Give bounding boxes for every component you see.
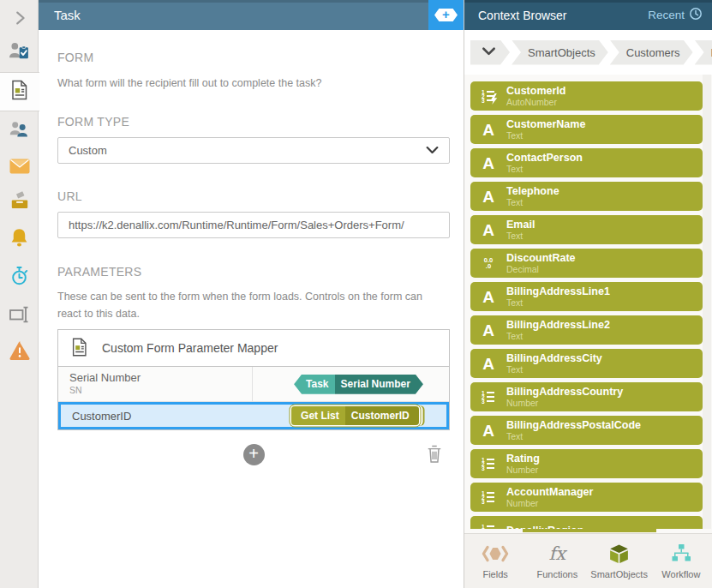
parameter-name: CustomerID	[61, 410, 253, 423]
tag-value: Serial Number	[335, 375, 423, 394]
field-item[interactable]: A EmailText	[470, 215, 703, 244]
field-item[interactable]: 0.0 .0 DiscountRateDecimal	[470, 249, 703, 278]
tab-label: SmartObjects	[590, 569, 648, 579]
parameters-description: These can be sent to the form when the f…	[57, 289, 440, 322]
number-icon	[470, 390, 506, 404]
field-type: Text	[506, 164, 583, 174]
panel-title: Task	[54, 8, 81, 22]
field-name: Telephone	[506, 186, 559, 197]
context-browser-tabs: Fields fx Functions SmartObjects Workflo…	[464, 533, 712, 588]
plus-hexagon-icon	[434, 9, 458, 21]
breadcrumb-item-list[interactable]: List	[695, 40, 712, 65]
field-item[interactable]: A CustomerNameText	[470, 115, 703, 144]
users-icon	[9, 118, 30, 142]
task-serial-number-tag[interactable]: Task Serial Number	[294, 375, 423, 394]
sidebar-item-errors[interactable]	[0, 339, 39, 365]
autonumber-icon	[470, 89, 506, 103]
form-section-label: FORM	[57, 51, 450, 64]
field-item[interactable]: BillingAddressCountryNumber	[470, 382, 703, 411]
ballot-box-icon	[9, 189, 31, 215]
sidebar-item-form[interactable]	[0, 72, 39, 111]
field-type: Text	[506, 331, 610, 341]
parameter-name: Serial Number	[69, 371, 252, 384]
sidebar-item-deadline[interactable]	[0, 265, 39, 291]
field-item[interactable]: A TelephoneText	[470, 182, 703, 211]
field-item[interactable]: RatingNumber	[470, 449, 703, 478]
getlist-customerid-tag[interactable]: Get List CustomerID	[291, 406, 419, 425]
context-browser-panel: Context Browser Recent SmartObjects Cust…	[464, 0, 712, 588]
tab-label: Workflow	[661, 569, 700, 579]
task-panel-body: FORM What form will the recipient fill o…	[39, 30, 464, 465]
decimal-icon: 0.0 .0	[470, 257, 506, 269]
field-type: Text	[506, 297, 610, 308]
parameter-row-serial-number[interactable]: Serial Number SN Task Serial Number	[58, 367, 449, 402]
sidebar-item-notifications-email[interactable]	[0, 155, 39, 181]
breadcrumb-collapse[interactable]	[470, 40, 510, 65]
warning-triangle-icon	[9, 340, 31, 364]
number-icon	[470, 457, 506, 471]
vertical-scrollbar-track[interactable]	[703, 75, 711, 529]
sidebar-item-reminders[interactable]	[0, 226, 39, 252]
parameter-row-customerid-selected[interactable]: CustomerID Get List CustomerID	[58, 402, 449, 429]
field-type: Number	[506, 465, 540, 475]
text-icon: A	[470, 423, 506, 439]
tab-fields[interactable]: Fields	[464, 534, 526, 588]
recent-label: Recent	[648, 9, 685, 21]
breadcrumb-item-customers[interactable]: Customers	[610, 40, 693, 65]
sidebar-item-form-field[interactable]	[0, 303, 39, 329]
context-browser-title: Context Browser	[478, 9, 566, 22]
tag-context: Task	[294, 375, 334, 394]
field-name: AccountManager	[506, 487, 593, 498]
tab-workflow[interactable]: Workflow	[650, 534, 712, 588]
tab-label: Fields	[482, 569, 507, 579]
parameter-value-cell: Task Serial Number	[253, 367, 449, 401]
field-type: Number	[506, 498, 593, 508]
mapper-title: Custom Form Parameter Mapper	[102, 341, 278, 355]
textbox-cursor-icon	[9, 304, 31, 328]
parameter-key: SN	[69, 385, 252, 395]
delete-parameter-button[interactable]	[426, 444, 443, 468]
field-type: AutoNumber	[506, 97, 565, 107]
chevron-down-icon	[482, 46, 496, 59]
functions-icon: fx	[549, 543, 566, 565]
field-item[interactable]: A BillingAddressPostalCodeText	[470, 416, 703, 445]
tab-functions[interactable]: fx Functions	[526, 534, 588, 588]
envelope-icon	[9, 158, 31, 178]
field-name: CustomerName	[506, 119, 585, 130]
field-name: Rating	[506, 453, 540, 465]
field-type: Text	[506, 130, 585, 141]
left-toolbar	[0, 0, 39, 588]
sidebar-item-task[interactable]	[0, 39, 39, 65]
field-item[interactable]: A BillingAddressLine1Text	[470, 282, 703, 311]
add-parameter-button[interactable]	[243, 444, 265, 465]
field-item[interactable]: AccountManagerNumber	[470, 483, 703, 512]
field-item[interactable]: DenallixRegion	[470, 516, 703, 529]
context-browser-header: Context Browser Recent	[464, 0, 712, 30]
sidebar-item-recipients[interactable]	[0, 117, 39, 143]
parameter-value-cell: Get List CustomerID	[253, 406, 446, 425]
text-icon: A	[470, 155, 506, 171]
field-item[interactable]: A BillingAddressCityText	[470, 349, 703, 378]
text-icon: A	[470, 289, 506, 305]
form-icon	[69, 337, 90, 360]
field-item[interactable]: A BillingAddressLine2Text	[470, 315, 703, 345]
field-name: BillingAddressLine1	[506, 286, 610, 297]
field-item[interactable]: A ContactPersonText	[470, 148, 703, 177]
recent-button[interactable]: Recent	[648, 7, 703, 23]
smartobject-field-list: CustomerIdAutoNumber A CustomerNameText …	[464, 75, 712, 529]
tag-context: Get List	[291, 406, 345, 425]
add-item-button[interactable]	[428, 0, 464, 30]
field-item[interactable]: CustomerIdAutoNumber	[470, 81, 703, 111]
form-type-select[interactable]: Custom	[57, 137, 450, 164]
breadcrumb-item-smartobjects[interactable]: SmartObjects	[512, 40, 608, 65]
number-icon	[470, 524, 506, 529]
tab-smartobjects[interactable]: SmartObjects	[589, 534, 650, 588]
horizontal-scrollbar-thumb[interactable]	[523, 529, 656, 532]
field-name: ContactPerson	[506, 153, 583, 164]
sidebar-item-voting[interactable]	[0, 189, 39, 215]
field-name: BillingAddressLine2	[506, 320, 610, 331]
expand-panel-button[interactable]	[0, 7, 39, 33]
url-input[interactable]: https://k2.denallix.com/Runtime/Runtime/…	[57, 212, 450, 238]
text-icon: A	[470, 322, 506, 339]
tab-label: Functions	[537, 569, 578, 579]
